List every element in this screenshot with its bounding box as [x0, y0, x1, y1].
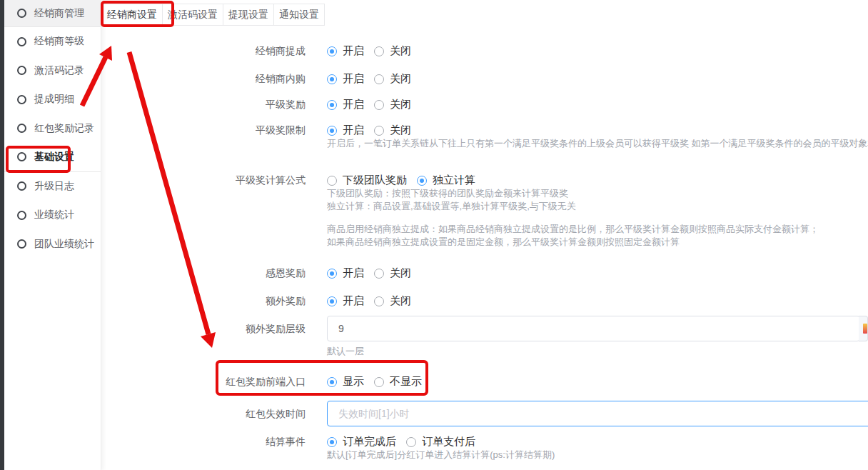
radio-option-label: 开启: [343, 98, 364, 111]
radio-checked-icon[interactable]: [327, 46, 337, 56]
collapsed-nav-rail: [0, 0, 4, 470]
radio-unchecked-icon[interactable]: [406, 437, 416, 447]
radio-option-关闭[interactable]: 关闭: [374, 266, 411, 280]
radio-option-下级团队奖励[interactable]: 下级团队奖励: [327, 174, 407, 187]
form-label: 经销商内购: [101, 72, 327, 86]
sidebar-item-label: 升级日志: [34, 180, 74, 193]
radio-option-label: 开启: [343, 294, 364, 308]
radio-option-label: 关闭: [390, 124, 411, 137]
circle-icon: [17, 66, 26, 75]
tab-0[interactable]: 经销商设置: [101, 4, 163, 26]
radio-unchecked-icon[interactable]: [374, 46, 384, 56]
sidebar-item-0[interactable]: 经销商管理: [4, 0, 101, 27]
tab-bar: 经销商设置激活码设置提现设置通知设置: [101, 0, 868, 27]
form-row-4: 平级奖计算公式下级团队奖励独立计算下级团队奖励：按照下级获得的团队奖励金额来计算…: [101, 174, 868, 249]
radio-option-关闭[interactable]: 关闭: [374, 44, 411, 58]
radio-option-label: 关闭: [390, 44, 411, 58]
admin-page: 经销商管理经销商等级激活码记录提成明细红包奖励记录基础设置升级日志业绩统计团队业…: [0, 0, 868, 470]
help-text: 如果商品经销商独立提成设置的是固定金额，那么平级奖计算金额则按照固定金额计算: [327, 236, 868, 249]
radio-unchecked-icon[interactable]: [374, 74, 384, 84]
sidebar-item-label: 红包奖励记录: [34, 122, 94, 135]
radio-option-开启[interactable]: 开启: [327, 44, 364, 58]
help-text: 默认一层: [327, 345, 868, 358]
radio-option-开启[interactable]: 开启: [327, 294, 364, 308]
form-control: [327, 401, 868, 426]
radio-option-label: 关闭: [390, 294, 411, 308]
help-text: 默认[订单完成后]分红订单进入结算计算(ps:计算结算期): [327, 449, 868, 461]
radio-checked-icon[interactable]: [417, 176, 427, 186]
circle-icon: [17, 152, 26, 161]
sidebar-item-label: 业绩统计: [34, 209, 74, 221]
form-label: 红包奖励前端入口: [101, 375, 327, 389]
circle-icon: [17, 95, 26, 104]
sidebar-item-label: 激活码记录: [34, 64, 84, 77]
radio-option-开启[interactable]: 开启: [327, 124, 364, 137]
form-control: 开启关闭: [327, 266, 868, 280]
radio-unchecked-icon[interactable]: [374, 126, 384, 136]
radio-option-订单完成后[interactable]: 订单完成后: [327, 435, 396, 449]
radio-unchecked-icon[interactable]: [327, 176, 337, 186]
main-panel: 经销商设置激活码设置提现设置通知设置 经销商提成开启关闭经销商内购开启关闭平级奖…: [101, 0, 868, 470]
radio-checked-icon[interactable]: [327, 269, 337, 279]
radio-option-关闭[interactable]: 关闭: [374, 124, 411, 137]
circle-icon: [17, 239, 26, 249]
tab-2[interactable]: 提现设置: [223, 4, 274, 26]
form-row-0: 经销商提成开启关闭: [101, 44, 868, 58]
form-label: 额外奖励层级: [101, 316, 327, 358]
radio-checked-icon[interactable]: [327, 377, 337, 387]
sidebar-item-3[interactable]: 提成明细: [4, 85, 101, 114]
radio-unchecked-icon[interactable]: [374, 377, 384, 387]
radio-option-开启[interactable]: 开启: [327, 72, 364, 86]
sidebar-item-label: 团队业绩统计: [34, 238, 94, 251]
sidebar-item-1[interactable]: 经销商等级: [4, 27, 101, 56]
radio-option-关闭[interactable]: 关闭: [374, 98, 411, 111]
radio-option-label: 订单支付后: [422, 435, 475, 449]
sidebar-menu: 经销商管理经销商等级激活码记录提成明细红包奖励记录基础设置升级日志业绩统计团队业…: [4, 0, 101, 259]
form-label: 红包失效时间: [101, 401, 327, 426]
help-text: 商品启用经销商独立提成：如果商品经销商独立提成设置的是比例，那么平级奖计算金额则…: [327, 223, 868, 236]
form-row-6: 额外奖励开启关闭: [101, 294, 868, 308]
sidebar-item-6[interactable]: 升级日志: [4, 172, 101, 201]
sidebar-item-8[interactable]: 团队业绩统计: [4, 230, 101, 259]
radio-option-订单支付后[interactable]: 订单支付后: [406, 435, 475, 449]
radio-option-显示[interactable]: 显示: [327, 375, 364, 389]
sidebar-item-5[interactable]: 基础设置: [4, 143, 101, 172]
sidebar-item-7[interactable]: 业绩统计: [4, 201, 101, 230]
tab-1[interactable]: 激活码设置: [162, 4, 223, 26]
radio-unchecked-icon[interactable]: [374, 296, 384, 306]
tab-3[interactable]: 通知设置: [273, 4, 325, 26]
settings-form: 经销商提成开启关闭经销商内购开启关闭平级奖励开启关闭平级奖限制开启关闭开启后，一…: [101, 27, 868, 461]
input-额外奖励层级[interactable]: [327, 316, 860, 341]
radio-checked-icon[interactable]: [327, 74, 337, 84]
sidebar-item-2[interactable]: 激活码记录: [4, 56, 101, 86]
radio-option-label: 关闭: [390, 98, 411, 111]
radio-option-不显示[interactable]: 不显示: [374, 375, 422, 389]
sidebar: 经销商管理经销商等级激活码记录提成明细红包奖励记录基础设置升级日志业绩统计团队业…: [4, 0, 101, 470]
sidebar-item-4[interactable]: 红包奖励记录: [4, 114, 101, 144]
radio-checked-icon[interactable]: [327, 100, 337, 110]
radio-checked-icon[interactable]: [327, 437, 337, 447]
radio-checked-icon[interactable]: [327, 126, 337, 136]
form-row-9: 红包失效时间: [101, 401, 868, 426]
form-row-10: 结算事件订单完成后订单支付后默认[订单完成后]分红订单进入结算计算(ps:计算结…: [101, 435, 868, 461]
form-control: 默认一层: [327, 316, 868, 358]
radio-option-label: 开启: [343, 124, 364, 137]
radio-option-开启[interactable]: 开启: [327, 98, 364, 111]
form-row-7: 额外奖励层级默认一层: [101, 316, 868, 358]
input-append-box[interactable]: [859, 316, 868, 341]
radio-checked-icon[interactable]: [327, 296, 337, 306]
input-红包失效时间[interactable]: [327, 401, 868, 426]
help-text: 下级团队奖励：按照下级获得的团队奖励金额来计算平级奖: [327, 187, 868, 200]
form-control: 开启关闭: [327, 294, 868, 308]
radio-option-label: 开启: [343, 44, 364, 58]
form-control: 开启关闭: [327, 72, 868, 86]
circle-icon: [17, 37, 26, 46]
radio-option-开启[interactable]: 开启: [327, 266, 364, 280]
radio-option-独立计算[interactable]: 独立计算: [417, 174, 475, 187]
radio-option-关闭[interactable]: 关闭: [374, 72, 411, 86]
radio-unchecked-icon[interactable]: [374, 100, 384, 110]
radio-option-label: 不显示: [390, 375, 422, 389]
form-label: 平级奖限制: [101, 124, 327, 150]
radio-unchecked-icon[interactable]: [374, 269, 384, 279]
radio-option-关闭[interactable]: 关闭: [374, 294, 411, 308]
